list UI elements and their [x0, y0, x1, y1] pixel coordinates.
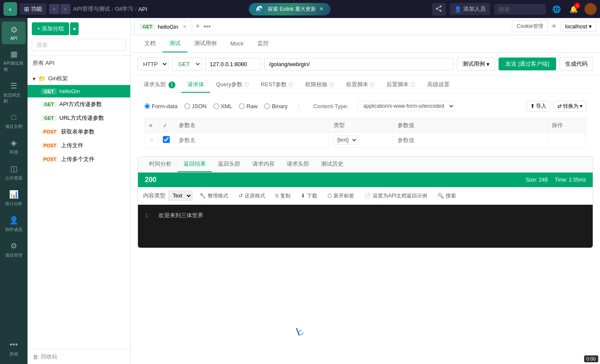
set-example-button[interactable]: 📄 设置为API文档返回示例: [361, 191, 431, 201]
import-button[interactable]: ⬆ 导入: [527, 101, 550, 112]
tree-item-api-param[interactable]: GET API方式传递参数: [28, 97, 130, 111]
svg-line-5: [438, 6, 440, 8]
path-input[interactable]: [264, 58, 453, 70]
param-name-input[interactable]: [179, 137, 324, 143]
func-menu[interactable]: ⊞ 功能: [20, 3, 46, 15]
copy-button[interactable]: ⎘ 复制: [272, 191, 294, 201]
sec-tab-test-case[interactable]: 测试用例: [187, 35, 223, 52]
sidebar-item-status-doc[interactable]: ☰ 状态码文档: [2, 78, 26, 108]
left-panel-search[interactable]: [32, 39, 126, 51]
response-status-bar: 200 Size: 24B Time: 2.55ms: [138, 173, 593, 187]
recycle-bin[interactable]: 🗑 回收站: [28, 349, 130, 364]
row-checkbox[interactable]: [163, 136, 170, 143]
convert-button[interactable]: ⇄ 转换为 ▾: [554, 101, 586, 112]
search-input[interactable]: [494, 4, 546, 15]
tree-item-upload-file[interactable]: POST 上传文件: [28, 139, 130, 152]
globe-button[interactable]: 🌐: [550, 3, 563, 15]
back-button[interactable]: ‹: [49, 4, 59, 14]
resp-tab-req-header[interactable]: 请求头部: [281, 157, 315, 172]
sidebar-item-api-test[interactable]: ▦ API测试用例: [2, 46, 26, 76]
share-button[interactable]: [432, 3, 446, 15]
breadcrumb-part2[interactable]: Git学习: [115, 5, 134, 13]
new-tab-button[interactable]: ⬡ 新开标签: [324, 191, 358, 201]
send-button[interactable]: 发送 [通过客户端]: [499, 58, 556, 70]
explore-banner[interactable]: 🌊 探索 Eolink 重大更新 ✕: [249, 3, 330, 15]
resp-tab-time-label: 时间分析: [149, 161, 171, 167]
content-type-select[interactable]: application/x-www-form-urlencoded: [358, 101, 455, 111]
sidebar-item-more[interactable]: ••• 其他: [2, 337, 26, 361]
col-ctrl-header: ≡: [145, 118, 159, 133]
tree-group-gin-header[interactable]: ▾ 📁 Gin框架: [28, 72, 130, 85]
req-tab-pre-script[interactable]: 前置脚本 ⓘ: [340, 77, 381, 93]
sidebar-item-env[interactable]: ◈ 环境: [2, 135, 26, 159]
host-input[interactable]: [205, 58, 261, 70]
time-indicator: 0:00: [584, 355, 598, 362]
gen-code-button[interactable]: 生成代码: [560, 57, 593, 71]
tree-item-hello-gin[interactable]: GET helloGin: [28, 85, 130, 97]
request-section: 请求头部 1 请求体 Query参数 ⓘ REST参数 ⓘ: [131, 76, 600, 152]
req-tab-rest[interactable]: REST参数 ⓘ: [255, 77, 299, 93]
sec-tab-monitor[interactable]: 监控: [251, 35, 276, 52]
param-type-select[interactable]: [text]: [334, 135, 358, 145]
tree-item-form-param[interactable]: POST 获取表单参数: [28, 125, 130, 139]
sidebar-label-proj-mgmt: 项目管理: [5, 252, 22, 258]
req-tab-advanced[interactable]: 高级设置: [421, 77, 456, 93]
radio-json[interactable]: JSON: [184, 103, 207, 109]
forward-button[interactable]: ›: [60, 4, 70, 14]
avatar[interactable]: [585, 3, 597, 15]
all-api-item[interactable]: 所有 API: [28, 56, 130, 70]
req-tab-query[interactable]: Query参数 ⓘ: [210, 77, 255, 93]
tab-hello-gin[interactable]: GET helloGin ✕: [134, 20, 192, 33]
req-tab-post-script[interactable]: 后置脚本 ⓘ: [380, 77, 421, 93]
sec-tab-test[interactable]: 测试: [162, 35, 187, 52]
resp-tab-time[interactable]: 时间分析: [143, 157, 178, 172]
tab-more-button[interactable]: •••: [203, 23, 211, 30]
radio-form-data[interactable]: Form-data: [144, 103, 178, 109]
sidebar-item-stats[interactable]: 📊 统计分析: [2, 186, 26, 210]
cookie-button[interactable]: Cookie管理: [512, 21, 548, 32]
text-type-select[interactable]: Text: [168, 191, 193, 201]
param-value-input[interactable]: [398, 137, 543, 143]
restore-button[interactable]: ↺ 还原格式: [235, 191, 269, 201]
svg-line-6: [438, 9, 440, 10]
tree-item-upload-files[interactable]: POST 上传多个文件: [28, 152, 130, 166]
sidebar-item-team[interactable]: 👤 协作成员: [2, 212, 26, 236]
add-group-dropdown-button[interactable]: ▾: [70, 22, 79, 35]
search-resp-button[interactable]: 🔍 搜索: [434, 191, 459, 201]
tab-add-button[interactable]: +: [194, 22, 202, 31]
test-case-button[interactable]: 测试用例 ▾: [457, 57, 495, 71]
sidebar-item-public-res[interactable]: ◫ 公共资源: [2, 161, 26, 185]
sidebar-item-proj-mgmt[interactable]: ⚙ 项目管理: [2, 238, 26, 262]
add-member-button[interactable]: 👤 添加人员: [450, 3, 490, 15]
info-icon: ⓘ: [370, 82, 374, 87]
drag-handle[interactable]: ≡: [145, 133, 159, 148]
format-button[interactable]: 🔧 整理格式: [196, 191, 232, 201]
param-name-cell: [174, 133, 329, 148]
sec-tab-doc[interactable]: 文档: [138, 35, 162, 52]
tree-item-url-param[interactable]: GET URL方式传递参数: [28, 111, 130, 125]
resp-tab-test-history[interactable]: 测试历史: [315, 157, 349, 172]
explore-close[interactable]: ✕: [319, 6, 324, 12]
radio-binary[interactable]: Binary: [264, 103, 288, 109]
breadcrumb-part1[interactable]: API管理与测试: [73, 5, 110, 13]
env-selector[interactable]: localhost ▾: [560, 21, 597, 32]
radio-xml[interactable]: XML: [214, 103, 233, 109]
resp-tab-return-header[interactable]: 返回头部: [212, 157, 246, 172]
req-tab-body[interactable]: 请求体: [181, 77, 210, 93]
sidebar-item-api[interactable]: ⊙ API: [2, 21, 26, 44]
resp-tab-req-content[interactable]: 请求内容: [246, 157, 281, 172]
download-button[interactable]: ⬇ 下载: [297, 191, 321, 201]
resp-tab-result[interactable]: 返回结果: [178, 157, 212, 172]
sec-tab-mock[interactable]: Mock: [223, 36, 251, 52]
radio-raw[interactable]: Raw: [239, 103, 257, 109]
protocol-select[interactable]: HTTP: [138, 58, 168, 71]
notification-button[interactable]: 🔔 1: [567, 3, 580, 15]
folder-icon: 📁: [38, 75, 46, 82]
tab-close-icon[interactable]: ✕: [183, 24, 187, 30]
format-label: 整理格式: [208, 192, 228, 200]
add-group-button[interactable]: + 添加分组: [32, 22, 69, 35]
req-tab-auth[interactable]: 权限校验 ⓘ: [299, 77, 340, 93]
sidebar-item-project-doc[interactable]: □ 项目文档: [2, 109, 26, 133]
req-tab-header[interactable]: 请求头部 1: [138, 77, 181, 93]
method-select[interactable]: GET: [172, 58, 202, 71]
